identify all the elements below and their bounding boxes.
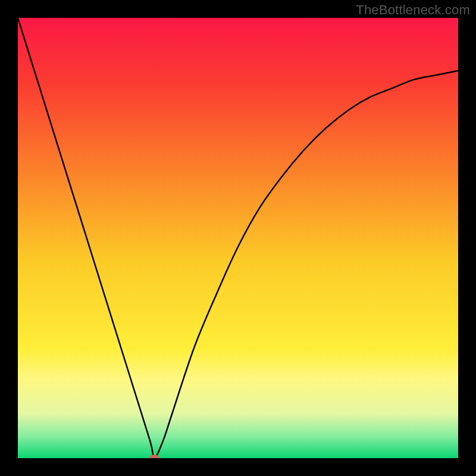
chart-svg: [18, 18, 458, 458]
chart-background: [18, 18, 458, 458]
chart-frame: TheBottleneck.com: [0, 0, 476, 476]
watermark-text: TheBottleneck.com: [356, 2, 470, 18]
chart-plot-area: [18, 18, 458, 458]
